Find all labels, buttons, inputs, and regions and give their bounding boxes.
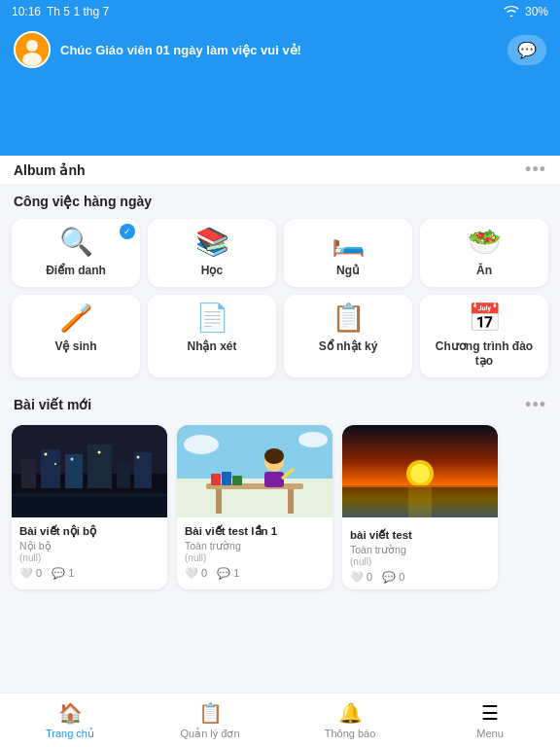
task-curriculum[interactable]: 📅 Chương trình đào tạo (420, 295, 548, 377)
feedback-icon: 📄 (195, 304, 229, 332)
feedback-label: Nhận xét (187, 339, 236, 355)
status-bar: 10:16 Th 5 1 thg 7 30% (0, 0, 560, 23)
task-sleep[interactable]: 🛏️ Ngủ (284, 219, 412, 287)
greeting-text: Chúc Giáo viên 01 ngày làm việc vui vẻ! (60, 43, 301, 57)
post-subtitle-3: Toàn trường (350, 544, 490, 555)
chat-button[interactable]: 💬 (508, 35, 546, 65)
post-content-3: bài viết test Toàn trường (null) 🤍 0 💬 0 (342, 521, 498, 589)
nav-menu-label: Menu (476, 728, 504, 739)
header-section: Chúc Giáo viên 01 ngày làm việc vui vẻ! … (0, 23, 560, 156)
post-card-2[interactable]: Bài viết test lần 1 Toàn trường (null) 🤍… (177, 425, 332, 589)
main-content: Lớp Lớp Mầm non Kỹ Thuật Bấm vào đây để … (0, 156, 560, 747)
svg-rect-40 (264, 472, 284, 487)
bottom-nav: 🏠 Trang chủ 📋 Quản lý đơn 🔔 Thông báo ☰ … (0, 693, 560, 747)
nav-menu[interactable]: ☰ Menu (420, 701, 560, 739)
svg-rect-19 (41, 449, 60, 488)
post-likes-3[interactable]: 🤍 0 (350, 571, 372, 584)
post-image-study (177, 425, 332, 517)
daily-section: Công việc hàng ngày ✓ 🔍 Điểm danh 📚 Học … (0, 184, 560, 385)
svg-point-47 (410, 464, 430, 483)
status-time: 10:16 (12, 5, 41, 18)
svg-point-2 (22, 53, 42, 66)
posts-section: Bài viết mới ••• (0, 385, 560, 597)
post-card-1[interactable]: Bài viết nội bộ Nội bộ (null) 🤍 0 💬 1 (12, 425, 167, 589)
nav-orders-label: Quản lý đơn (180, 728, 239, 740)
comment-icon-3: 💬 (382, 571, 396, 584)
post-image-city (12, 425, 167, 517)
task-hygiene[interactable]: 🪥 Vệ sinh (12, 295, 140, 377)
chat-icon: 💬 (517, 42, 537, 58)
menu-icon: ☰ (481, 701, 499, 725)
status-left: 10:16 Th 5 1 thg 7 (12, 5, 109, 18)
post-subtitle-2: Toàn trường (185, 540, 325, 551)
posts-more[interactable]: ••• (525, 395, 546, 415)
post-card-3[interactable]: bài viết test Toàn trường (null) 🤍 0 💬 0 (342, 425, 498, 589)
post-comments-2[interactable]: 💬 1 (217, 567, 239, 580)
orders-icon: 📋 (198, 701, 223, 725)
comment-icon-2: 💬 (217, 567, 230, 580)
svg-rect-35 (288, 489, 294, 514)
task-check-icon: ✓ (120, 224, 135, 239)
svg-point-43 (184, 435, 219, 454)
svg-rect-37 (222, 472, 231, 485)
posts-section-header: Bài viết mới ••• (0, 385, 560, 421)
tasks-grid: ✓ 🔍 Điểm danh 📚 Học 🛏️ Ngủ 🥗 Ăn 🪥 Vệ sin… (0, 215, 560, 385)
svg-point-44 (298, 432, 328, 447)
post-actions-3: 🤍 0 💬 0 (350, 571, 490, 584)
curriculum-label: Chương trình đào tạo (426, 339, 542, 370)
task-feedback[interactable]: 📄 Nhận xét (148, 295, 276, 377)
post-likes-1[interactable]: 🤍 0 (19, 567, 42, 580)
nav-home-label: Trang chủ (46, 728, 94, 740)
nav-notifications[interactable]: 🔔 Thông báo (280, 701, 420, 739)
nav-home[interactable]: 🏠 Trang chủ (0, 701, 140, 740)
svg-point-41 (264, 448, 284, 464)
svg-point-25 (54, 463, 56, 465)
post-actions-2: 🤍 0 💬 1 (185, 567, 325, 580)
nav-orders[interactable]: 📋 Quản lý đơn (140, 701, 280, 740)
post-title-2: Bài viết test lần 1 (185, 524, 325, 538)
avatar (14, 31, 51, 68)
album-section-header: Album ảnh ••• (0, 156, 560, 184)
task-eat[interactable]: 🥗 Ăn (420, 219, 548, 287)
post-content-1: Bài viết nội bộ Nội bộ (null) 🤍 0 💬 1 (12, 517, 167, 586)
post-likes-2[interactable]: 🤍 0 (185, 567, 207, 580)
curriculum-icon: 📅 (468, 304, 502, 332)
svg-point-28 (137, 455, 140, 458)
svg-rect-29 (12, 493, 167, 517)
post-title-3: bài viết test (350, 528, 490, 542)
hygiene-label: Vệ sinh (54, 339, 96, 355)
task-diary[interactable]: 📋 Sổ nhật ký (284, 295, 412, 377)
post-comments-1[interactable]: 💬 1 (52, 567, 74, 580)
home-icon: 🏠 (58, 701, 83, 725)
album-title: Album ảnh (14, 162, 86, 178)
post-title-1: Bài viết nội bộ (19, 524, 159, 538)
svg-point-27 (98, 450, 101, 453)
sleep-label: Ngủ (336, 264, 360, 279)
task-study[interactable]: 📚 Học (148, 219, 276, 287)
heart-icon: 🤍 (19, 567, 33, 580)
task-attendance[interactable]: ✓ 🔍 Điểm danh (12, 219, 140, 287)
heart-icon-3: 🤍 (350, 571, 364, 584)
header: Chúc Giáo viên 01 ngày làm việc vui vẻ! … (0, 23, 560, 126)
post-null-3: (null) (350, 556, 490, 567)
svg-rect-22 (117, 462, 130, 488)
bell-icon: 🔔 (338, 701, 363, 725)
eat-label: Ăn (476, 264, 492, 279)
post-image-sunset (342, 425, 498, 521)
study-icon: 📚 (195, 229, 229, 256)
post-subtitle-1: Nội bộ (19, 540, 159, 551)
svg-point-26 (71, 457, 74, 460)
diary-label: Sổ nhật ký (319, 339, 378, 355)
svg-rect-38 (232, 476, 242, 485)
status-right: 30% (504, 5, 548, 19)
svg-point-24 (45, 452, 48, 455)
album-more[interactable]: ••• (525, 160, 546, 180)
eat-icon: 🥗 (468, 229, 502, 256)
posts-scroll: Bài viết nội bộ Nội bộ (null) 🤍 0 💬 1 (0, 421, 560, 597)
status-day: Th 5 1 thg 7 (47, 5, 109, 18)
heart-icon-2: 🤍 (185, 567, 198, 580)
post-comments-3[interactable]: 💬 0 (382, 571, 404, 584)
study-label: Học (201, 264, 223, 279)
svg-rect-20 (65, 454, 83, 488)
post-null-1: (null) (19, 552, 159, 563)
